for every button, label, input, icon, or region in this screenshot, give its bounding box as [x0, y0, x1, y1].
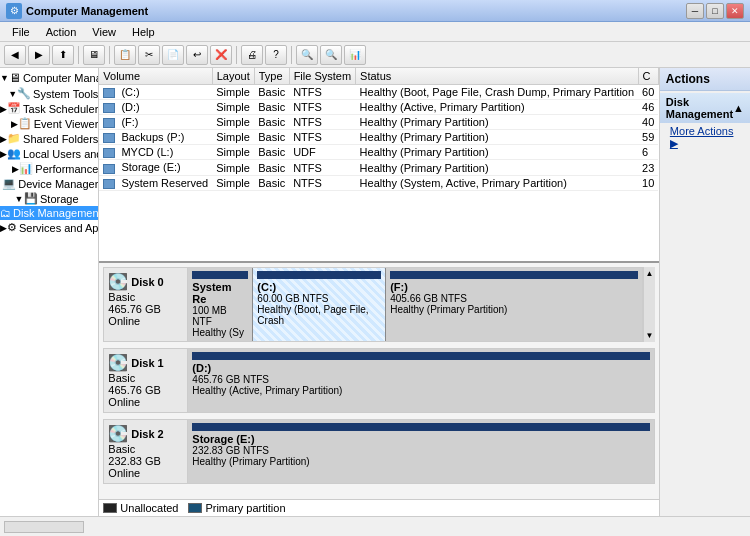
- partition-c[interactable]: (C:) 60.00 GB NTFS Healthy (Boot, Page F…: [253, 268, 386, 341]
- cell-fs: NTFS: [289, 175, 355, 190]
- menu-action[interactable]: Action: [38, 24, 85, 40]
- tree-item-label: Computer Management (Local: [23, 72, 99, 84]
- partition-storage[interactable]: Storage (E:) 232.83 GB NTFS Healthy (Pri…: [188, 420, 654, 483]
- chart-button[interactable]: 📊: [344, 45, 366, 65]
- table-row[interactable]: System Reserved Simple Basic NTFS Health…: [99, 175, 658, 190]
- tree-item-performance[interactable]: ▶ 📊 Performance: [0, 161, 98, 176]
- disk-partitions-1: (D:) 465.76 GB NTFS Healthy (Active, Pri…: [188, 348, 655, 413]
- undo-button[interactable]: ↩: [186, 45, 208, 65]
- menu-help[interactable]: Help: [124, 24, 163, 40]
- more-actions-link[interactable]: More Actions ▶: [660, 123, 750, 152]
- maximize-button[interactable]: □: [706, 3, 724, 19]
- partition-detail: 60.00 GB NTFS: [257, 293, 381, 304]
- partition-sub: Healthy (Primary Partition): [192, 456, 650, 467]
- tree-item-disk-management[interactable]: 🗂 Disk Management: [0, 206, 98, 220]
- menu-bar: File Action View Help: [0, 22, 750, 42]
- table-row[interactable]: Backups (P:) Simple Basic NTFS Healthy (…: [99, 130, 658, 145]
- table-row[interactable]: (D:) Simple Basic NTFS Healthy (Active, …: [99, 100, 658, 115]
- tree-item-event-viewer[interactable]: ▶ 📋 Event Viewer: [0, 116, 98, 131]
- partition-system-reserved[interactable]: System Re 100 MB NTF Healthy (Sy: [188, 268, 253, 341]
- show-hide-tree[interactable]: 🖥: [83, 45, 105, 65]
- disk-row-2: 💽 Disk 2 Basic 232.83 GB Online Storage …: [103, 419, 655, 484]
- toolbar-separator-3: [236, 46, 237, 64]
- cell-layout: Simple: [212, 130, 254, 145]
- toolbar-separator-1: [78, 46, 79, 64]
- col-filesystem[interactable]: File System: [289, 68, 355, 85]
- folder-shared-icon: 📁: [7, 132, 21, 145]
- users-icon: 👥: [7, 147, 21, 160]
- help-button[interactable]: ?: [265, 45, 287, 65]
- disk-size-0: 465.76 GB: [108, 303, 183, 315]
- partition-f[interactable]: (F:) 405.66 GB NTFS Healthy (Primary Par…: [386, 268, 642, 341]
- tree-item-label: Storage: [40, 193, 79, 205]
- partition-name: (F:): [390, 281, 638, 293]
- table-row[interactable]: Storage (E:) Simple Basic NTFS Healthy (…: [99, 160, 658, 175]
- disk-table: Volume Layout Type File System Status C …: [99, 68, 659, 191]
- actions-section-header-1[interactable]: Disk Management ▲: [660, 93, 750, 123]
- actions-section-1: Disk Management ▲ More Actions ▶: [660, 91, 750, 154]
- partition-sub: Healthy (Active, Primary Partition): [192, 385, 650, 396]
- tree-item-services[interactable]: ▶ ⚙ Services and Applications: [0, 220, 98, 235]
- disk-drive-icon-0: 💽: [108, 272, 128, 291]
- delete-button[interactable]: ❌: [210, 45, 232, 65]
- legend-bar: Unallocated Primary partition: [99, 499, 659, 516]
- tree-item-label: Device Manager: [18, 178, 98, 190]
- col-type[interactable]: Type: [254, 68, 289, 85]
- cell-cap: 60: [638, 85, 658, 100]
- disk-size-1: 465.76 GB: [108, 384, 183, 396]
- disk-table-area: Volume Layout Type File System Status C …: [99, 68, 659, 263]
- tree-item-task-scheduler[interactable]: ▶ 📅 Task Scheduler: [0, 101, 98, 116]
- menu-view[interactable]: View: [84, 24, 124, 40]
- col-layout[interactable]: Layout: [212, 68, 254, 85]
- tree-arrow: ▶: [11, 119, 18, 129]
- minimize-button[interactable]: ─: [686, 3, 704, 19]
- tree-item-shared-folders[interactable]: ▶ 📁 Shared Folders: [0, 131, 98, 146]
- tree-item-system-tools[interactable]: ▼ 🔧 System Tools: [0, 86, 98, 101]
- zoom-in-button[interactable]: 🔍: [296, 45, 318, 65]
- partition-name: (C:): [257, 281, 381, 293]
- app-title: Computer Management: [26, 5, 686, 17]
- forward-button[interactable]: ▶: [28, 45, 50, 65]
- table-row[interactable]: (F:) Simple Basic NTFS Healthy (Primary …: [99, 115, 658, 130]
- title-bar: ⚙ Computer Management ─ □ ✕: [0, 0, 750, 22]
- partition-d[interactable]: (D:) 465.76 GB NTFS Healthy (Active, Pri…: [188, 349, 654, 412]
- cell-type: Basic: [254, 85, 289, 100]
- cell-layout: Simple: [212, 160, 254, 175]
- menu-file[interactable]: File: [4, 24, 38, 40]
- task-icon: 📅: [7, 102, 21, 115]
- disk-type-2: Basic: [108, 443, 183, 455]
- cut-button[interactable]: ✂: [138, 45, 160, 65]
- tree-arrow: ▶: [12, 164, 19, 174]
- tree-item-storage[interactable]: ▼ 💾 Storage: [0, 191, 98, 206]
- disk-drive-icon-2: 💽: [108, 424, 128, 443]
- tree-item-root[interactable]: ▼ 🖥 Computer Management (Local: [0, 70, 98, 86]
- col-cap[interactable]: C: [638, 68, 658, 85]
- up-button[interactable]: ⬆: [52, 45, 74, 65]
- disk-name-1: Disk 1: [131, 357, 163, 369]
- window-controls: ─ □ ✕: [686, 3, 744, 19]
- tree-item-device-manager[interactable]: 💻 Device Manager: [0, 176, 98, 191]
- table-scroll[interactable]: Volume Layout Type File System Status C …: [99, 68, 659, 261]
- cell-layout: Simple: [212, 175, 254, 190]
- partition-detail: 232.83 GB NTFS: [192, 445, 650, 456]
- table-row[interactable]: (C:) Simple Basic NTFS Healthy (Boot, Pa…: [99, 85, 658, 100]
- cell-volume: (C:): [99, 85, 212, 100]
- paste-button[interactable]: 📄: [162, 45, 184, 65]
- col-status[interactable]: Status: [356, 68, 639, 85]
- tree-item-local-users[interactable]: ▶ 👥 Local Users and Groups: [0, 146, 98, 161]
- close-button[interactable]: ✕: [726, 3, 744, 19]
- disk-drive-icon-1: 💽: [108, 353, 128, 372]
- tree-arrow: ▶: [0, 134, 7, 144]
- zoom-out-button[interactable]: 🔍: [320, 45, 342, 65]
- storage-icon: 💾: [24, 192, 38, 205]
- partition-sub: Healthy (Boot, Page File, Crash: [257, 304, 381, 326]
- main-container: ▼ 🖥 Computer Management (Local ▼ 🔧 Syste…: [0, 68, 750, 516]
- status-scrollbar[interactable]: [4, 521, 84, 533]
- cell-type: Basic: [254, 115, 289, 130]
- back-button[interactable]: ◀: [4, 45, 26, 65]
- table-row[interactable]: MYCD (L:) Simple Basic UDF Healthy (Prim…: [99, 145, 658, 160]
- properties-button[interactable]: 🖨: [241, 45, 263, 65]
- col-volume[interactable]: Volume: [99, 68, 212, 85]
- copy-button[interactable]: 📋: [114, 45, 136, 65]
- cell-layout: Simple: [212, 115, 254, 130]
